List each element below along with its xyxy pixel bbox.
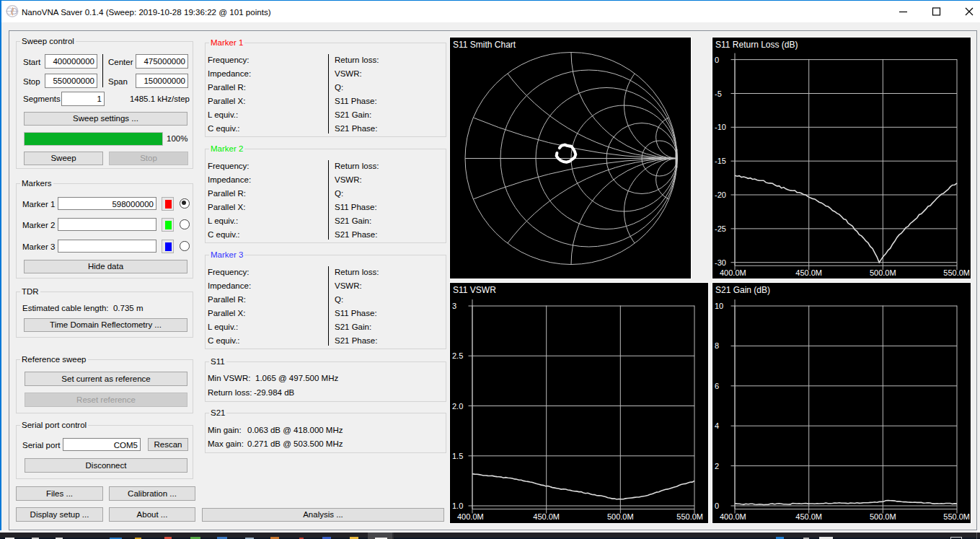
svg-text:6: 6 (715, 382, 719, 390)
svg-text:8: 8 (715, 341, 719, 350)
svg-text:450.0M: 450.0M (795, 512, 822, 521)
svg-text:550.0M: 550.0M (943, 268, 970, 277)
svg-text:500.0M: 500.0M (607, 512, 634, 521)
svg-text:S21 Gain (dB): S21 Gain (dB) (715, 285, 770, 295)
svg-text:S11 VSWR: S11 VSWR (453, 285, 496, 295)
svg-text:400.0M: 400.0M (720, 512, 746, 521)
svg-text:400.0M: 400.0M (720, 268, 746, 277)
svg-text:500.0M: 500.0M (870, 512, 896, 521)
svg-text:-20: -20 (715, 190, 726, 199)
svg-text:450.0M: 450.0M (795, 268, 822, 277)
svg-text:S11 Return Loss (dB): S11 Return Loss (dB) (715, 40, 798, 50)
svg-text:S11 Smith Chart: S11 Smith Chart (453, 40, 516, 50)
svg-text:1.5: 1.5 (452, 452, 463, 460)
svg-text:4: 4 (715, 421, 719, 430)
svg-text:10: 10 (715, 302, 723, 310)
svg-text:550.0M: 550.0M (943, 512, 970, 521)
svg-text:550.0M: 550.0M (676, 512, 703, 521)
svg-text:1.0: 1.0 (452, 501, 463, 510)
svg-text:400.0M: 400.0M (457, 512, 484, 521)
svg-text:3: 3 (452, 302, 456, 310)
svg-text:-5: -5 (715, 89, 722, 98)
svg-text:0: 0 (715, 501, 719, 510)
svg-text:500.0M: 500.0M (870, 268, 896, 277)
svg-text:-10: -10 (715, 123, 726, 131)
svg-text:2: 2 (715, 462, 719, 470)
svg-text:0: 0 (715, 56, 719, 64)
svg-text:-30: -30 (715, 258, 726, 267)
svg-text:-25: -25 (715, 224, 726, 233)
svg-text:450.0M: 450.0M (533, 512, 560, 521)
svg-text:2.5: 2.5 (452, 351, 463, 360)
svg-text:-15: -15 (715, 157, 726, 165)
svg-text:2.0: 2.0 (452, 402, 463, 411)
